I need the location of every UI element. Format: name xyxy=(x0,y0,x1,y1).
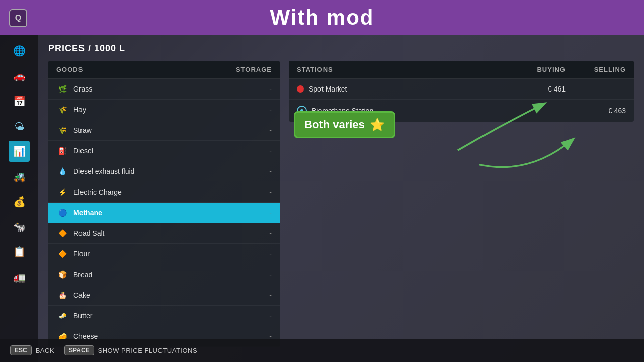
goods-item-icon: 🔵 xyxy=(56,207,68,219)
goods-item-storage: - xyxy=(262,270,272,279)
sidebar-icon-weather[interactable]: 🌤 xyxy=(9,116,30,137)
goods-item-name: Flour xyxy=(73,250,262,258)
fluctuations-label: SHOW PRICE FLUCTUATIONS xyxy=(98,347,198,354)
goods-item-storage: - xyxy=(262,126,272,134)
goods-item[interactable]: ⛽ Diesel - xyxy=(48,141,280,161)
goods-item-storage: - xyxy=(262,106,272,114)
fluctuations-key-group: SPACE SHOW PRICE FLUCTUATIONS xyxy=(64,345,197,355)
back-key-group: ESC BACK xyxy=(10,345,54,355)
goods-item-name: Cake xyxy=(73,291,262,299)
goods-item[interactable]: 💧 Diesel exhaust fluid - xyxy=(48,161,280,182)
goods-item[interactable]: ⚡ Electric Charge - xyxy=(48,182,280,203)
goods-item-name: Road Salt xyxy=(73,229,262,237)
goods-item-storage: - xyxy=(262,167,272,175)
col-goods-label: GOODS xyxy=(56,66,231,73)
sidebar-icon-wheel[interactable]: 🚗 xyxy=(9,65,30,86)
goods-item-storage: - xyxy=(262,229,272,237)
goods-item-icon: ⛽ xyxy=(56,145,68,157)
goods-item-name: Butter xyxy=(73,312,262,320)
sidebar-icon-animal[interactable]: 🐄 xyxy=(9,216,30,237)
col-storage-label: STORAGE xyxy=(231,66,272,73)
goods-item-name: Hay xyxy=(73,106,262,114)
goods-item-icon: 🔶 xyxy=(56,248,68,260)
page-title: PRICES / 1000 L xyxy=(48,43,634,54)
goods-item[interactable]: 🎂 Cake - xyxy=(48,285,280,306)
goods-item-name: Straw xyxy=(73,126,262,134)
sidebar-icon-globe[interactable]: 🌐 xyxy=(9,40,30,61)
goods-panel: GOODS STORAGE 🌿 Grass - 🌾 Hay - 🌾 Straw … xyxy=(48,61,280,347)
goods-item-name: Bread xyxy=(73,270,262,279)
sidebar-icon-transport[interactable]: 🚛 xyxy=(9,266,30,288)
goods-item[interactable]: 🌾 Hay - xyxy=(48,100,280,120)
goods-item-icon: ⚡ xyxy=(56,186,68,198)
goods-item-storage: - xyxy=(262,147,272,155)
star-icon: ⭐ xyxy=(370,118,385,132)
space-key[interactable]: SPACE xyxy=(64,345,94,355)
sidebar-icon-tractor[interactable]: 🚜 xyxy=(9,166,30,187)
goods-panel-header: GOODS STORAGE xyxy=(48,61,280,79)
goods-item-icon: 🧈 xyxy=(56,310,68,322)
goods-item-name: Electric Charge xyxy=(73,188,262,196)
station-row[interactable]: Spot Market € 461 xyxy=(289,79,634,100)
goods-item-icon: 🌾 xyxy=(56,104,68,116)
goods-item-name: Methane xyxy=(73,209,262,217)
esc-key[interactable]: ESC xyxy=(10,345,32,355)
goods-item-name: Diesel xyxy=(73,147,262,155)
goods-item[interactable]: 🧈 Butter - xyxy=(48,306,280,326)
col-selling-label: SELLING xyxy=(566,66,626,73)
goods-item[interactable]: 🔶 Road Salt - xyxy=(48,223,280,244)
left-sidebar: 🌐 🚗 📅 🌤 📊 🚜 💰 🐄 📋 🚛 xyxy=(0,35,38,362)
station-name: Spot Market xyxy=(309,85,505,93)
stations-header: STATIONS BUYING SELLING xyxy=(289,61,634,79)
goods-item-icon: 💧 xyxy=(56,165,68,177)
goods-item[interactable]: 🌾 Straw - xyxy=(48,120,280,141)
goods-item-name: Grass xyxy=(73,85,262,93)
goods-item-storage: - xyxy=(262,291,272,299)
goods-list: 🌿 Grass - 🌾 Hay - 🌾 Straw - ⛽ Diesel - 💧… xyxy=(48,79,280,347)
station-selling: € 463 xyxy=(566,107,626,115)
stations-panel: STATIONS BUYING SELLING Spot Market € 46… xyxy=(289,61,634,347)
station-buying: € 461 xyxy=(505,85,566,93)
top-header: Q With mod xyxy=(0,0,644,35)
bottom-bar: ESC BACK SPACE SHOW PRICE FLUCTUATIONS xyxy=(0,339,644,362)
goods-item-storage: - xyxy=(262,250,272,258)
goods-item-storage: - xyxy=(262,209,272,217)
sidebar-icon-tasks[interactable]: 📋 xyxy=(9,241,30,262)
header-title: With mod xyxy=(270,6,374,30)
goods-item-name: Diesel exhaust fluid xyxy=(73,167,262,175)
goods-item-storage: - xyxy=(262,85,272,93)
red-dot-icon xyxy=(297,85,304,93)
sidebar-icon-stats[interactable]: 📊 xyxy=(9,141,30,162)
col-stations-label: STATIONS xyxy=(297,66,505,73)
both-varies-badge: Both varies ⭐ xyxy=(294,111,395,138)
goods-item-storage: - xyxy=(262,188,272,196)
goods-item[interactable]: 🌿 Grass - xyxy=(48,79,280,100)
goods-item-icon: 🎂 xyxy=(56,289,68,301)
both-varies-text: Both varies xyxy=(304,118,365,131)
goods-item[interactable]: 🔶 Flour - xyxy=(48,244,280,264)
sidebar-icon-calendar[interactable]: 📅 xyxy=(9,90,30,112)
back-label: BACK xyxy=(36,347,54,354)
col-buying-label: BUYING xyxy=(505,66,566,73)
goods-item-icon: 🍞 xyxy=(56,268,68,281)
sidebar-icon-money[interactable]: 💰 xyxy=(9,191,30,212)
goods-item-icon: 🌾 xyxy=(56,124,68,136)
q-button[interactable]: Q xyxy=(9,9,27,27)
goods-item[interactable]: 🍞 Bread - xyxy=(48,264,280,285)
goods-item[interactable]: 🔵 Methane - xyxy=(48,203,280,223)
goods-item-icon: 🔶 xyxy=(56,227,68,239)
goods-item-storage: - xyxy=(262,312,272,320)
goods-item-icon: 🌿 xyxy=(56,83,68,95)
panels-container: GOODS STORAGE 🌿 Grass - 🌾 Hay - 🌾 Straw … xyxy=(48,61,634,347)
main-content: PRICES / 1000 L GOODS STORAGE 🌿 Grass - … xyxy=(38,35,644,362)
